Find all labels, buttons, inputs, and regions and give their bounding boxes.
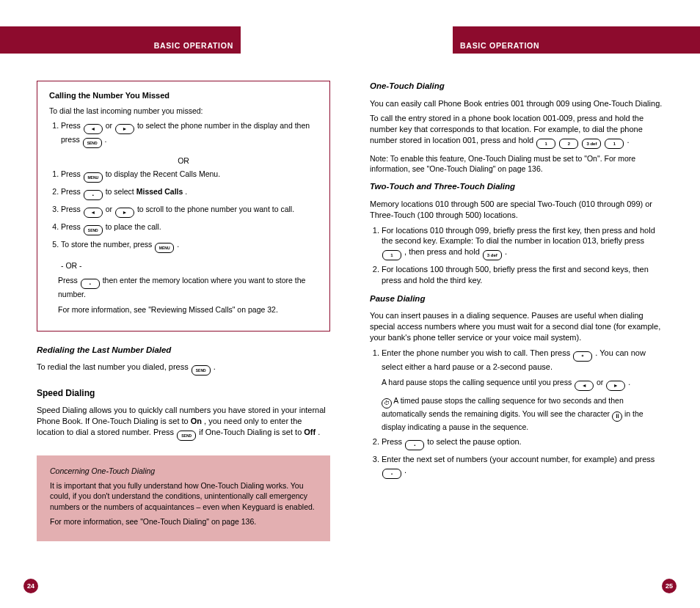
- one-touch-section: One-Touch Dialing You can easily call Ph…: [370, 81, 663, 174]
- left-column: Calling the Number You Missed To dial th…: [37, 81, 330, 541]
- two-a: Memory locations 010 through 500 are spe…: [370, 199, 663, 221]
- ok-key-icon: •: [81, 279, 100, 289]
- or-label: OR: [49, 155, 318, 166]
- key-3-icon: 3 def: [483, 250, 502, 260]
- or-label-2: - OR -: [61, 260, 318, 271]
- menu-key-icon: MENU: [155, 243, 174, 253]
- menu-key-icon: MENU: [84, 172, 103, 183]
- one-touch-info-box: Concerning One-Touch Dialing It is impor…: [37, 455, 330, 541]
- ok-key-icon: •: [382, 469, 401, 479]
- ot-a: You can easily call Phone Book entries 0…: [370, 98, 663, 109]
- pause-step-3: Enter the next set of numbers (your acco…: [382, 454, 663, 479]
- key-1-icon: 1: [536, 139, 555, 149]
- pause-hard: A hard pause stops the calling sequence …: [382, 377, 663, 391]
- calling-missed-box: Calling the Number You Missed To dial th…: [37, 81, 330, 332]
- pause-timed: ⏱ A timed pause stops the calling sequen…: [382, 395, 663, 432]
- right-column: One-Touch Dialing You can easily call Ph…: [370, 81, 663, 486]
- two-step-2: For locations 100 through 500, briefly p…: [382, 264, 663, 286]
- left-key-icon: [575, 381, 594, 391]
- box-step-2: Press MENU to display the Recent Calls M…: [61, 169, 318, 183]
- pause-char-icon: ⏸: [612, 411, 622, 422]
- box-title: Calling the Number You Missed: [49, 90, 318, 101]
- send-key-icon: SEND: [84, 225, 103, 235]
- key-3-icon: 3 def: [582, 139, 601, 149]
- page-number-left: 24: [23, 579, 38, 593]
- redial-section: Redialing the Last Number Dialed To redi…: [37, 345, 330, 376]
- redial-title: Redialing the Last Number Dialed: [37, 345, 330, 356]
- info-title: Concerning One-Touch Dialing: [50, 466, 317, 476]
- banner-right: BASIC OPERATION: [453, 26, 700, 54]
- key-1-icon: 1: [382, 250, 401, 260]
- speed-dial-section: Speed Dialing Speed Dialing allows you t…: [37, 387, 330, 441]
- info-text-a: It is important that you fully understan…: [50, 480, 317, 512]
- ok-key-icon: •: [405, 440, 424, 450]
- speed-text: Speed Dialing allows you to quickly call…: [37, 405, 330, 441]
- pause-step-1: Enter the phone number you wish to call.…: [382, 348, 663, 432]
- box-note: For more information, see "Reviewing Mis…: [58, 304, 318, 315]
- banner-left-label: BASIC OPERATION: [154, 40, 233, 51]
- box-step-6: To store the number, press MENU .: [61, 239, 318, 253]
- box-step-3: Press • to select Missed Calls .: [61, 186, 318, 200]
- two-touch-title: Two-Touch and Three-Touch Dialing: [370, 181, 663, 193]
- send-key-icon: SEND: [177, 431, 196, 441]
- box-step-7: Press • then enter the memory location w…: [58, 275, 318, 299]
- box-intro: To dial the last incoming number you mis…: [49, 106, 318, 116]
- one-touch-title: One-Touch Dialing: [370, 81, 663, 92]
- banner-left: BASIC OPERATION: [0, 26, 241, 54]
- box-step-1: Press or to select the phone number in t…: [61, 120, 318, 148]
- two-touch-section: Two-Touch and Three-Touch Dialing Memory…: [370, 181, 663, 286]
- speed-title: Speed Dialing: [37, 387, 330, 399]
- right-key-icon: [606, 381, 625, 391]
- right-key-icon: [115, 124, 134, 134]
- key-1-icon: 1: [605, 139, 624, 149]
- page-number-right: 25: [662, 579, 677, 593]
- clock-icon: ⏱: [382, 398, 392, 409]
- left-key-icon: [84, 124, 103, 134]
- ok-key-icon: •: [84, 190, 103, 200]
- send-key-icon: SEND: [192, 365, 211, 376]
- box-step-5: Press SEND to place the call.: [61, 221, 318, 235]
- send-key-icon: SEND: [83, 138, 102, 148]
- pause-section: Pause Dialing You can insert pauses in a…: [370, 293, 663, 479]
- star-key-icon: ＊: [573, 351, 592, 362]
- ot-b: To call the entry stored in a phone book…: [370, 113, 663, 149]
- info-text-b: For more information, see "One-Touch Dia…: [50, 516, 317, 527]
- two-step-1: For locations 010 through 099, briefly p…: [382, 225, 663, 261]
- banner-right-label: BASIC OPERATION: [460, 40, 539, 51]
- left-key-icon: [84, 208, 103, 218]
- pause-step-2: Press • to select the pause option.: [382, 436, 663, 450]
- ot-note: Note: To enable this feature, One-Touch …: [370, 153, 663, 174]
- pause-title: Pause Dialing: [370, 293, 663, 305]
- right-key-icon: [115, 208, 134, 218]
- box-step-4: Press or to scroll to the phone number y…: [61, 204, 318, 218]
- pause-a: You can insert pauses in a dialing seque…: [370, 310, 663, 343]
- key-2-icon: 2: [559, 139, 578, 149]
- redial-text: To redial the last number you dialed, pr…: [37, 362, 330, 376]
